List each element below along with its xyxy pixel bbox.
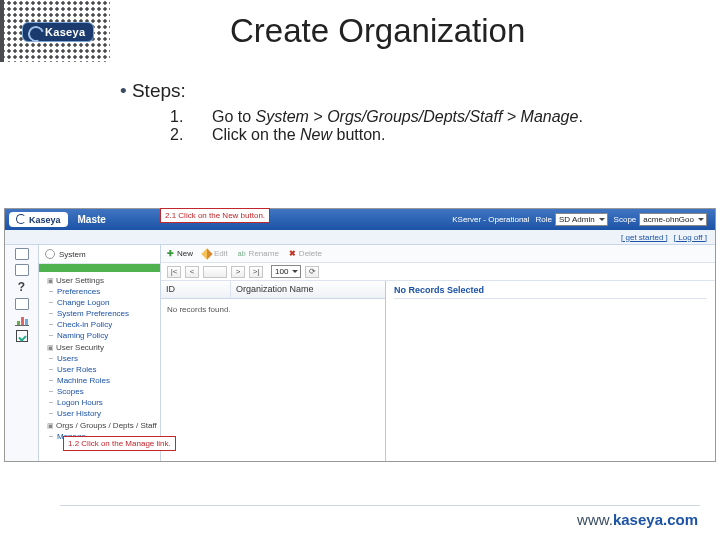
col-org-name[interactable]: Organization Name <box>231 281 385 298</box>
page-size-select[interactable]: 100 <box>271 265 301 278</box>
tree-group-orgs[interactable]: Orgs / Groups / Depts / Staff <box>41 419 160 431</box>
toolbar: ✚New Edit abRename ✖Delete <box>161 245 715 263</box>
footer-divider <box>60 505 700 506</box>
tree-item[interactable]: Preferences <box>41 286 160 297</box>
tree-item[interactable]: Users <box>41 353 160 364</box>
logoff-link[interactable]: [ Log off ] <box>674 233 707 242</box>
app-screenshot: 2.1 Click on the New button. 1.2 Click o… <box>4 208 716 462</box>
sidebar-accent-bar <box>39 264 160 272</box>
scope-label: Scope <box>614 215 637 224</box>
app-topbar: Kaseya Maste KServer - Operational Role … <box>5 209 715 230</box>
pencil-icon <box>201 248 212 259</box>
edit-button[interactable]: Edit <box>203 249 228 258</box>
footer-url: www.kaseya.com <box>577 511 698 528</box>
tree-item[interactable]: User History <box>41 408 160 419</box>
delete-button[interactable]: ✖Delete <box>289 249 322 258</box>
sidebar: System User Settings Preferences Change … <box>39 245 161 461</box>
nav-module-icon[interactable] <box>15 264 29 276</box>
pager: |< < > >| 100 ⟳ <box>161 263 715 281</box>
no-records-text: No records found. <box>161 299 385 320</box>
tree-group-user-settings[interactable]: User Settings <box>41 274 160 286</box>
rename-icon: ab <box>238 250 246 257</box>
grid-panel: ID Organization Name No records found. <box>161 281 386 461</box>
tree-item[interactable]: Check-in Policy <box>41 319 160 330</box>
app-body: ? System User Settings Preferences Chang… <box>5 245 715 461</box>
page-prev-button[interactable]: < <box>185 266 199 278</box>
step-number: 2. <box>170 126 186 144</box>
rename-button[interactable]: abRename <box>238 249 279 258</box>
tree-item[interactable]: Scopes <box>41 386 160 397</box>
server-status: KServer - Operational <box>452 215 529 224</box>
detail-panel: No Records Selected <box>386 281 715 461</box>
app-logo: Kaseya <box>9 212 68 227</box>
tree-item[interactable]: User Roles <box>41 364 160 375</box>
footer-www: www. <box>577 511 613 528</box>
tree-item[interactable]: Logon Hours <box>41 397 160 408</box>
getstarted-link[interactable]: [ get started ] <box>621 233 668 242</box>
col-id[interactable]: ID <box>161 281 231 298</box>
role-field: Role SD Admin <box>536 213 608 226</box>
topbar-right: KServer - Operational Role SD Admin Scop… <box>452 213 715 226</box>
steps-heading: Steps: <box>120 80 720 102</box>
slide-title: Create Organization <box>230 12 525 50</box>
check-icon[interactable] <box>16 330 28 342</box>
step-text: Go to System > Orgs/Groups/Depts/Staff >… <box>212 108 583 126</box>
step-1: 1. Go to System > Orgs/Groups/Depts/Staf… <box>170 108 720 126</box>
data-row: ID Organization Name No records found. N… <box>161 281 715 461</box>
new-button[interactable]: ✚New <box>167 249 193 258</box>
step-text: Click on the New button. <box>212 126 385 144</box>
tree-item[interactable]: Change Logon <box>41 297 160 308</box>
nav-rail: ? <box>5 245 39 461</box>
page-input[interactable] <box>203 266 227 278</box>
step-2: 2. Click on the New button. <box>170 126 720 144</box>
role-select[interactable]: SD Admin <box>555 213 608 226</box>
callout-new-button: 2.1 Click on the New button. <box>160 208 270 223</box>
delete-icon: ✖ <box>289 249 296 258</box>
no-selection-text: No Records Selected <box>394 285 707 299</box>
brand-logo: Kaseya <box>22 22 94 42</box>
chart-icon[interactable] <box>15 314 29 326</box>
footer-domain: kaseya.com <box>613 511 698 528</box>
scope-select[interactable]: acme-ohnGoo <box>639 213 707 226</box>
tree-item[interactable]: Machine Roles <box>41 375 160 386</box>
tree-group-user-security[interactable]: User Security <box>41 341 160 353</box>
slide-header: Kaseya Create Organization <box>0 0 720 62</box>
step-number: 1. <box>170 108 186 126</box>
sidebar-tree: User Settings Preferences Change Logon S… <box>39 272 160 442</box>
grid-header: ID Organization Name <box>161 281 385 299</box>
callout-manage-link: 1.2 Click on the Manage link. <box>63 436 176 451</box>
app-subbar: [ get started ] [ Log off ] <box>5 230 715 245</box>
tree-item[interactable]: Naming Policy <box>41 330 160 341</box>
refresh-button[interactable]: ⟳ <box>305 266 319 278</box>
scope-field: Scope acme-ohnGoo <box>614 213 707 226</box>
tree-item[interactable]: System Preferences <box>41 308 160 319</box>
page-next-button[interactable]: > <box>231 266 245 278</box>
sidebar-module-label: System <box>59 250 86 259</box>
sidebar-module-system[interactable]: System <box>39 245 160 264</box>
plus-icon: ✚ <box>167 249 174 258</box>
breadcrumb-root: Maste <box>78 214 106 225</box>
gear-icon <box>45 249 55 259</box>
help-icon[interactable]: ? <box>18 280 25 294</box>
page-last-button[interactable]: >| <box>249 266 263 278</box>
page-first-button[interactable]: |< <box>167 266 181 278</box>
nav-module-icon[interactable] <box>15 298 29 310</box>
role-label: Role <box>536 215 552 224</box>
nav-module-icon[interactable] <box>15 248 29 260</box>
main-panel: ✚New Edit abRename ✖Delete |< < > >| 100… <box>161 245 715 461</box>
